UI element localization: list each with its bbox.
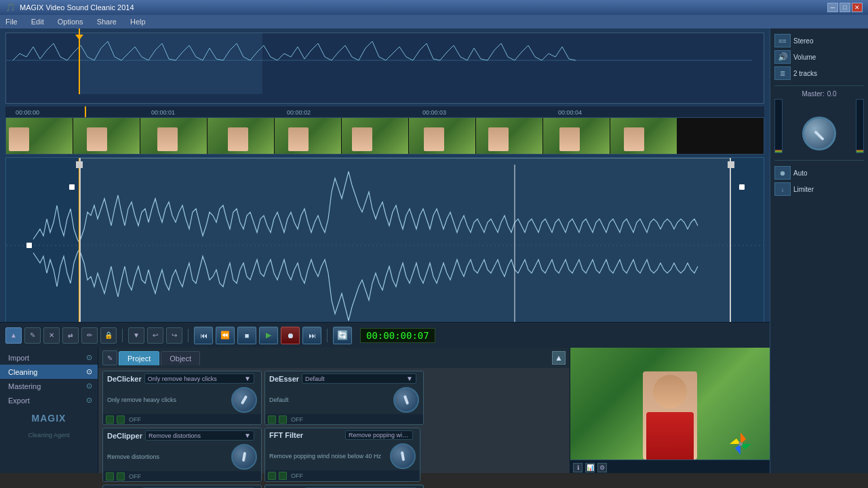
nav-mastering-label: Mastering: [8, 382, 41, 390]
redo-btn[interactable]: ↪: [166, 327, 182, 344]
nav-cleaning[interactable]: Cleaning ⊙: [0, 365, 98, 379]
plugin-area: ✎ Project Object ▲ DeClicker Only remove…: [98, 348, 570, 473]
skip-to-start-btn[interactable]: ⏮: [194, 327, 213, 344]
nav-export-icon: ⊙: [86, 396, 92, 405]
nav-export-label: Export: [8, 396, 30, 405]
split-tool-btn[interactable]: ⇄: [62, 327, 79, 344]
plugin-fft-preset[interactable]: Remove popping wind...: [345, 430, 413, 440]
volume-icon[interactable]: 🔊: [774, 50, 791, 64]
plugin-declicker-led-r[interactable]: [117, 415, 125, 424]
preview-controls: ℹ 📊 ⚙: [570, 460, 770, 473]
draw-tool-btn[interactable]: ✏: [81, 327, 98, 344]
ruler-svg: 00:00:00 00:00:01 00:00:02 00:00:03 00:0…: [12, 106, 757, 117]
minimize-button[interactable]: ─: [827, 3, 838, 12]
auto-control: ⏺ Auto: [774, 165, 864, 181]
plugin-back-btn[interactable]: ✎: [102, 350, 117, 365]
plugin-declipper-led-r[interactable]: [117, 472, 125, 481]
plugin-deesser-body: Default: [265, 386, 423, 414]
status-label: Cleaning Agent: [0, 429, 98, 441]
tab-project[interactable]: Project: [119, 351, 159, 365]
limiter-icon[interactable]: ↓: [774, 182, 791, 196]
skip-to-end-btn[interactable]: ⏭: [302, 327, 321, 344]
menu-help[interactable]: Help: [127, 16, 149, 27]
plugin-fft-led-r[interactable]: [279, 472, 287, 480]
master-knob[interactable]: [802, 117, 836, 150]
right-panel: ≡≡ Stereo 🔊 Volume ≣ 2 tracks Master: 0.…: [770, 28, 868, 473]
video-preview-image: [570, 348, 770, 460]
plugin-declicker-preset[interactable]: Only remove heavy clicks ▼: [144, 373, 254, 384]
svg-text:00:00:03: 00:00:03: [422, 109, 446, 116]
plugin-area-header: ✎ Project Object ▲: [98, 348, 570, 368]
plugin-declipper-preset[interactable]: Remove distortions ▼: [145, 430, 254, 441]
plugin-declicker-knob[interactable]: [231, 387, 257, 413]
app-title: MAGIX Video Sound Cleanic 2014: [20, 3, 827, 12]
titlebar: 🎵 MAGIX Video Sound Cleanic 2014 ─ □ ✕: [0, 0, 868, 15]
plugin-fft-header: FFT Filter Remove popping wind...: [265, 428, 420, 442]
master-value: 0.0: [827, 90, 837, 98]
menu-options[interactable]: Options: [55, 16, 86, 27]
erase-tool-btn[interactable]: ✕: [43, 327, 60, 344]
preview-info-btn[interactable]: ℹ: [573, 463, 583, 472]
preview-chart-btn[interactable]: 📊: [585, 463, 595, 472]
plugin-declipper-name: DeClipper: [107, 432, 142, 440]
plugin-declicker-footer: OFF: [103, 414, 261, 424]
plugin-declipper: DeClipper Remove distortions ▼ Remove di…: [102, 428, 262, 482]
main-waveform[interactable]: [5, 157, 764, 322]
plugin-deesser-preset[interactable]: Default ▼: [302, 373, 416, 384]
plugin-fft-filter: FFT Filter Remove popping wind... Remove…: [264, 428, 420, 482]
tracks-icon[interactable]: ≣: [774, 66, 791, 80]
stop-btn[interactable]: ■: [237, 327, 256, 344]
select-tool-btn[interactable]: ▲: [5, 327, 22, 344]
plugin-deesser-led-r[interactable]: [279, 415, 287, 424]
close-button[interactable]: ✕: [852, 3, 863, 12]
tracks-label: 2 tracks: [793, 70, 817, 77]
overview-waveform-svg: [6, 33, 764, 103]
preview-settings-btn[interactable]: ⚙: [597, 463, 607, 472]
stereo-icon[interactable]: ≡≡: [774, 34, 791, 47]
limiter-control: ↓ Limiter: [774, 181, 864, 197]
tab-object[interactable]: Object: [161, 351, 200, 365]
plugin-declipper-desc: Remove distortions: [107, 453, 227, 460]
rewind-btn[interactable]: ⏪: [216, 327, 235, 344]
nav-export[interactable]: Export ⊙: [0, 393, 98, 407]
plugin-deesser-knob[interactable]: [393, 387, 419, 413]
nav-mastering[interactable]: Mastering ⊙: [0, 379, 98, 393]
svg-point-17: [738, 442, 743, 446]
plugin-fft-led-l[interactable]: [268, 472, 276, 480]
plugin-dehisser: DeHisser Remove weak hissing* ▼ Remove w…: [102, 485, 262, 488]
pinwheel-svg: [726, 429, 756, 460]
svg-text:00:00:04: 00:00:04: [558, 109, 582, 116]
plugin-declipper-led-l[interactable]: [106, 472, 114, 481]
snap-tool-btn[interactable]: ▼: [128, 327, 144, 344]
limiter-label: Limiter: [793, 186, 814, 193]
plugin-deesser-name: DeEsser: [269, 375, 299, 383]
plugin-fft-knob[interactable]: [390, 443, 416, 469]
stereo-label: Stereo: [793, 37, 813, 45]
plugin-deesser-footer: OFF: [265, 414, 423, 424]
waveform-overview[interactable]: [5, 33, 764, 104]
loop-btn[interactable]: 🔄: [333, 327, 352, 344]
plugin-declicker-led-l[interactable]: [106, 415, 114, 424]
timeline-area: 00:00:00 00:00:01 00:00:02 00:00:03 00:0…: [0, 28, 770, 322]
menu-share[interactable]: Share: [94, 16, 119, 27]
pencil-tool-btn[interactable]: ✎: [24, 327, 41, 344]
plugin-declipper-knob[interactable]: [231, 444, 257, 470]
menu-edit[interactable]: Edit: [28, 16, 47, 27]
nav-import[interactable]: Import ⊙: [0, 350, 98, 365]
plugin-denoiser: DeNoiser Camera whirring (general)* ▼ Ca…: [264, 485, 424, 488]
transport-bar: ▲ ✎ ✕ ⇄ ✏ 🔒 ▼ ↩ ↪ ⏮ ⏪ ■ ▶ ⏺ ⏭ 🔄 00:00:00…: [0, 322, 770, 348]
volume-label: Volume: [793, 54, 816, 61]
plugin-expand-btn[interactable]: ▲: [552, 351, 566, 365]
auto-icon[interactable]: ⏺: [774, 166, 791, 180]
plugin-deesser-led-l[interactable]: [268, 415, 276, 424]
undo-btn[interactable]: ↩: [147, 327, 163, 344]
menu-file[interactable]: File: [3, 16, 20, 27]
maximize-button[interactable]: □: [840, 3, 850, 12]
lock-tool-btn[interactable]: 🔒: [100, 327, 117, 344]
plugin-dehisser-header: DeHisser Remove weak hissing* ▼: [103, 485, 261, 488]
right-divider: [774, 85, 864, 86]
record-btn[interactable]: ⏺: [281, 327, 300, 344]
play-btn[interactable]: ▶: [259, 327, 278, 344]
plugin-declicker-desc: Only remove heavy clicks: [107, 396, 227, 403]
plugin-deesser-desc: Default: [269, 396, 389, 403]
